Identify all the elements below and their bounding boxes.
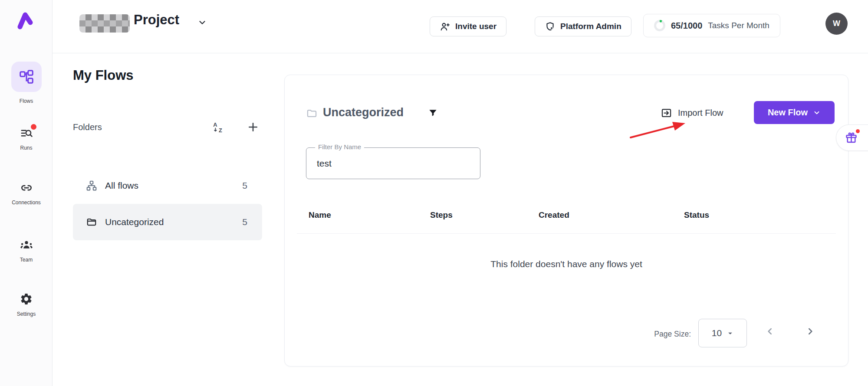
link-icon [20,181,33,194]
filter-by-name-input[interactable] [317,148,469,179]
invite-user-button[interactable]: Invite user [430,16,506,36]
folder-icon [86,216,97,228]
chevron-left-icon [764,326,776,337]
import-icon [661,107,672,119]
plus-icon [247,121,260,134]
sidebar-item-label: Connections [0,200,53,206]
folder-name: Uncategorized [105,217,164,227]
project-title[interactable]: Project [134,12,179,28]
folders-label: Folders [73,122,102,132]
chevron-right-icon [805,326,816,337]
funnel-icon [428,108,438,118]
gift-notification-dot [856,129,860,133]
folders-header: Folders A Z [73,119,262,135]
next-page-button[interactable] [805,326,816,337]
page-size-value: 10 [712,328,722,338]
person-plus-icon [440,21,450,32]
tasks-usage-pill[interactable]: 65/1000 Tasks Per Month [643,14,780,37]
empty-state-message: This folder doesn't have any flows yet [285,259,848,269]
platform-admin-label: Platform Admin [560,22,621,31]
app-logo-icon[interactable] [16,11,34,31]
sidebar-item-label: Runs [0,145,53,151]
import-flow-button[interactable]: Import Flow [661,107,723,119]
folder-item-uncategorized[interactable]: Uncategorized 5 [73,204,262,240]
sidebar-item-settings[interactable]: Settings [0,292,53,317]
folder-count: 5 [242,217,247,227]
folder-count: 5 [242,180,247,191]
runs-icon [20,127,33,140]
filter-by-name-field: Filter By Name [306,147,480,179]
sort-az-icon: A Z [213,121,225,133]
caret-down-icon [727,330,733,337]
platform-admin-button[interactable]: Platform Admin [535,16,631,36]
whats-new-gift-tab[interactable] [836,124,868,151]
gift-icon [845,131,858,144]
filter-funnel-button[interactable] [428,108,438,118]
column-header-steps[interactable]: Steps [430,210,453,220]
sidebar-item-connections[interactable]: Connections [0,181,53,206]
sort-az-button[interactable]: A Z [213,121,225,133]
new-flow-button[interactable]: New Flow [754,101,835,124]
hierarchy-icon [86,180,97,191]
svg-text:A: A [213,121,217,128]
sidebar-item-label: Flows [0,98,53,104]
sidebar-item-runs[interactable]: Runs [0,127,53,151]
gear-icon [20,292,33,306]
sidebar: Flows Runs Connections Team [0,0,53,386]
table-divider [297,233,836,234]
tasks-label: Tasks Per Month [708,21,769,30]
tasks-progress-ring [654,20,665,31]
page-size-select[interactable]: 10 [698,319,747,347]
folder-icon [306,108,318,121]
invite-user-label: Invite user [455,22,496,31]
page-title: My Flows [73,68,134,83]
svg-text:Z: Z [219,127,222,133]
folder-name: All flows [105,180,138,191]
runs-notification-dot [31,124,36,130]
top-header: Project Invite user Platform Admin 65/10… [53,0,868,53]
sidebar-item-label: Settings [0,311,53,317]
folder-item-all-flows[interactable]: All flows 5 [73,167,262,204]
flows-panel: Uncategorized Import Flow New Flow Filte… [284,75,848,366]
page-size-label: Page Size: [654,330,691,339]
column-header-name[interactable]: Name [309,210,331,220]
tasks-count: 65/1000 [671,21,702,31]
chevron-down-icon [813,109,821,117]
sidebar-item-team[interactable]: Team [0,238,53,263]
column-header-status[interactable]: Status [684,210,709,220]
red-annotation-arrow [629,121,690,139]
column-header-created[interactable]: Created [539,210,569,220]
previous-page-button[interactable] [764,326,776,337]
redacted-project-name [79,14,130,33]
add-folder-button[interactable] [247,121,260,134]
sidebar-item-flows[interactable]: Flows [0,95,53,104]
sidebar-item-flows-highlight [11,62,42,92]
people-icon [20,238,33,252]
shield-icon [545,21,556,32]
new-flow-label: New Flow [768,108,808,118]
panel-folder-title: Uncategorized [323,106,404,119]
sidebar-item-label: Team [0,257,53,263]
import-flow-label: Import Flow [678,108,723,118]
workflow-icon [19,69,34,85]
user-avatar[interactable]: W [825,13,848,35]
project-chevron-down-icon[interactable] [197,18,207,29]
